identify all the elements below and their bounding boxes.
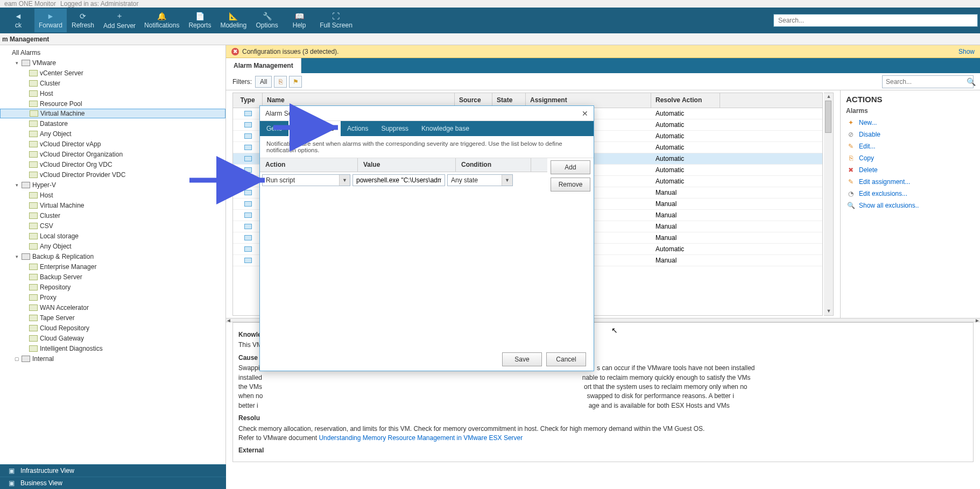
options-button[interactable]: 🔧Options [251, 9, 283, 32]
infrastructure-view-button[interactable]: ▣Infrastructure View [0, 464, 226, 477]
filter-all[interactable]: All [255, 76, 272, 88]
notifications-button[interactable]: 🔔Notifications [140, 9, 184, 32]
action-disable[interactable]: ⊘Disable [846, 129, 975, 140]
grid-search-input[interactable] [886, 78, 967, 86]
tree-item-vcloud-director-org-vdc[interactable]: vCloud Director Org VDC [0, 159, 225, 169]
add-icon: ＋ [116, 11, 123, 21]
grid-scrollbar[interactable]: ▲ ▼ [824, 93, 834, 316]
tree-item-proxy[interactable]: Proxy [0, 292, 225, 302]
back-button[interactable]: ◄ck [2, 9, 34, 32]
scroll-down-icon[interactable]: ▼ [826, 308, 832, 315]
add-button[interactable]: Add [551, 160, 590, 174]
business-view-button[interactable]: ▣Business View [0, 477, 226, 489]
tree-item-vcenter-server[interactable]: vCenter Server [0, 68, 225, 78]
notif-col-action: Action [260, 158, 358, 172]
tree-item-local-storage[interactable]: Local storage [0, 231, 225, 241]
action-show-all-exclusions-[interactable]: 🔍Show all exclusions.. [846, 200, 975, 211]
detail-reference: Refer to VMware document Understanding M… [238, 434, 968, 443]
forward-icon: ► [47, 12, 54, 20]
value-input[interactable] [352, 174, 445, 186]
dialog-title: Alarm Settings [265, 110, 307, 117]
global-search-input[interactable] [773, 14, 978, 27]
book-icon: 📖 [295, 12, 304, 20]
tree-item-cloud-repository[interactable]: Cloud Repository [0, 323, 225, 333]
action-new-[interactable]: ✦New... [846, 117, 975, 129]
tree-item-vcloud-director-organization[interactable]: vCloud Director Organization [0, 149, 225, 159]
tree-item-intelligent-diagnostics[interactable]: Intelligent Diagnostics [0, 343, 225, 353]
tree-item-cluster[interactable]: Cluster [0, 78, 225, 88]
tab-knowledge-base[interactable]: Knowledge base [415, 121, 476, 136]
cancel-button[interactable]: Cancel [546, 352, 586, 366]
scroll-up-icon[interactable]: ▲ [826, 94, 832, 100]
forward-button[interactable]: ►Forward [34, 9, 67, 32]
tree-item-host[interactable]: Host [0, 190, 225, 200]
login-status: Logged in as: Administrator [60, 0, 138, 8]
content-tabs: Alarm Management [226, 58, 980, 73]
tree-item-backup-server[interactable]: Backup Server [0, 272, 225, 282]
scroll-thumb[interactable] [825, 101, 831, 133]
tree-item-vcloud-director-vapp[interactable]: vCloud Director vApp [0, 139, 225, 149]
tree-group-hyper-v[interactable]: ▾Hyper-V [0, 180, 225, 190]
tree-item-vcloud-director-provider-vdc[interactable]: vCloud Director Provider VDC [0, 169, 225, 180]
actions-subtitle: Alarms [846, 107, 975, 115]
remove-button[interactable]: Remove [551, 178, 590, 192]
tree-item-enterprise-manager[interactable]: Enterprise Manager [0, 261, 225, 272]
col-type[interactable]: Type [233, 93, 263, 108]
fullscreen-button[interactable]: ⛶Full Screen [315, 9, 357, 32]
tree-root-all-alarms[interactable]: All Alarms [0, 47, 225, 58]
action-edit-assignment-[interactable]: ✎Edit assignment... [846, 176, 975, 188]
tab-general[interactable]: Gene [260, 121, 288, 136]
tab-notifications[interactable]: Notifications [288, 121, 341, 136]
reports-button[interactable]: 📄Reports [184, 9, 216, 32]
tree-item-repository[interactable]: Repository [0, 282, 225, 292]
modeling-button[interactable]: 📐Modeling [216, 9, 251, 32]
tree-item-virtual-machine[interactable]: Virtual Machine [0, 109, 225, 118]
condition-select[interactable]: Any state▼ [447, 174, 513, 186]
chevron-down-icon: ▼ [502, 175, 512, 186]
detail-resolution-text: Check memory allocation, reservation, an… [238, 424, 968, 434]
vmware-doc-link[interactable]: Understanding Memory Resource Management… [319, 434, 523, 442]
col-resolve[interactable]: Resolve Action [651, 93, 720, 108]
action-edit-[interactable]: ✎Edit... [846, 140, 975, 152]
tree-item-virtual-machine[interactable]: Virtual Machine [0, 200, 225, 210]
tree-item-any-object[interactable]: Any Object [0, 129, 225, 139]
banner-show-link[interactable]: Show [958, 48, 975, 55]
tab-alarm-management[interactable]: Alarm Management [226, 58, 301, 73]
help-button[interactable]: 📖Help [283, 9, 315, 32]
tree-internal[interactable]: ▢Internal [0, 353, 225, 364]
tree-item-resource-pool[interactable]: Resource Pool [0, 98, 225, 109]
close-icon[interactable]: ✕ [582, 109, 588, 118]
tree-item-tape-server[interactable]: Tape Server [0, 313, 225, 323]
tree-item-cloud-gateway[interactable]: Cloud Gateway [0, 333, 225, 343]
tree-item-any-object[interactable]: Any Object [0, 241, 225, 251]
refresh-button[interactable]: ⟳Refresh [67, 9, 99, 32]
tree-item-cluster[interactable]: Cluster [0, 210, 225, 221]
dialog-titlebar[interactable]: Alarm Settings ✕ [260, 106, 594, 121]
tree-item-datastore[interactable]: Datastore [0, 118, 225, 129]
tree-item-wan-accelerator[interactable]: WAN Accelerator [0, 302, 225, 313]
chevron-down-icon: ▼ [339, 175, 350, 186]
title-bar: eam ONE Monitor Logged in as: Administra… [0, 0, 980, 8]
notif-col-value: Value [358, 158, 456, 172]
action-edit-exclusions-[interactable]: ◔Edit exclusions... [846, 188, 975, 200]
tree-item-csv[interactable]: CSV [0, 221, 225, 231]
tree-group-vmware[interactable]: ▾VMware [0, 58, 225, 68]
notif-col-condition: Condition [456, 158, 531, 172]
filter-icon-2[interactable]: ⚑ [289, 76, 302, 88]
server-icon [22, 356, 30, 362]
bell-icon: 🔔 [157, 12, 166, 20]
grid-search: 🔍 [882, 75, 974, 88]
tab-actions[interactable]: Actions [341, 121, 375, 136]
notif-row: Run script▼ Any state▼ [260, 172, 547, 188]
action-copy[interactable]: ⎘Copy [846, 152, 975, 164]
tree-item-host[interactable]: Host [0, 88, 225, 98]
action-delete[interactable]: ✖Delete [846, 164, 975, 176]
tab-suppress[interactable]: Suppress [375, 121, 415, 136]
filters-label: Filters: [232, 78, 252, 86]
filter-icon-1[interactable]: ⎘ [274, 76, 287, 88]
save-button[interactable]: Save [502, 352, 542, 366]
tree-group-backup-replication[interactable]: ▾Backup & Replication [0, 251, 225, 261]
search-icon[interactable]: 🔍 [967, 77, 976, 86]
add-server-button[interactable]: ＋Add Server [99, 9, 140, 32]
action-select[interactable]: Run script▼ [262, 174, 350, 186]
